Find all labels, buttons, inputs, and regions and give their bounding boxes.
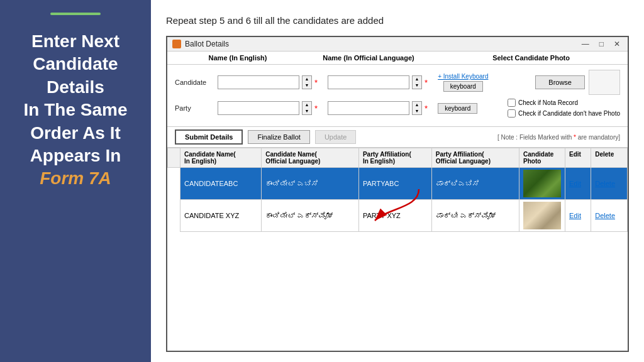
party-name-en-2: PARTY XYZ: [358, 200, 431, 232]
required-star-party-en: *: [314, 104, 318, 113]
candidate-name-off-1: ಕಾಂಡಿಡೇಟ್ ಎಬಿಸಿ: [262, 168, 359, 200]
main-content: Repeat step 5 and 6 till all the candida…: [151, 0, 644, 362]
close-button[interactable]: ✕: [611, 40, 623, 48]
delete-cell-2[interactable]: Delete: [591, 200, 628, 232]
party-keyboard-section: keyboard: [438, 103, 477, 114]
window-title-text: Ballot Details: [185, 40, 229, 48]
no-photo-checkbox-label: Check if Candidate don't have Photo: [518, 110, 620, 117]
photo-section: Browse: [535, 70, 620, 95]
party-form-row: Party ▲ ▼ * ▲ ▼ *: [175, 99, 620, 118]
delete-link-1[interactable]: Delete: [595, 180, 615, 187]
cat-photo: [523, 202, 561, 229]
form-area: Candidate ▲ ▼ * ▲ ▼ *: [167, 65, 628, 127]
keyboard-button-candidate[interactable]: keyboard: [443, 81, 483, 92]
plant-photo: [523, 170, 561, 197]
browse-button[interactable]: Browse: [535, 75, 585, 89]
delete-link-2[interactable]: Delete: [595, 212, 615, 219]
no-photo-checkbox[interactable]: [508, 109, 516, 118]
th-delete: Delete: [591, 148, 628, 168]
minimize-button[interactable]: —: [579, 40, 592, 48]
accent-line: [50, 13, 101, 15]
required-star-candidate-off: *: [425, 78, 428, 87]
title-line4: Order As It: [30, 123, 121, 143]
spin-down3[interactable]: ▼: [303, 108, 311, 114]
title-line5: Appears In: [30, 146, 121, 165]
update-button[interactable]: Update: [315, 130, 356, 144]
candidate-official-input-group: ▲ ▼ *: [328, 75, 428, 89]
candidate-keyboard-section: + Install Keyboard keyboard: [438, 73, 488, 92]
keyboard-button-party[interactable]: keyboard: [438, 103, 477, 114]
submit-details-button[interactable]: Submit Details: [175, 129, 243, 145]
candidates-table-wrapper: Candidate Name(In English) Candidate Nam…: [167, 148, 628, 351]
candidate-official-input[interactable]: [328, 75, 409, 89]
candidate-english-spinner[interactable]: ▲ ▼: [302, 75, 312, 89]
spin-up4[interactable]: ▲: [413, 102, 421, 108]
required-star-candidate-en: *: [314, 78, 318, 87]
row-arrow-1: ▶: [168, 168, 180, 200]
th-photo: CandidatePhoto: [519, 148, 565, 168]
party-official-input[interactable]: [328, 101, 409, 115]
nota-checkbox-label: Check if Nota Record: [518, 99, 578, 106]
candidate-english-input-group: ▲ ▼ *: [218, 75, 318, 89]
spin-up2[interactable]: ▲: [413, 76, 421, 82]
spin-up[interactable]: ▲: [303, 76, 311, 82]
nota-checkbox[interactable]: [508, 99, 516, 107]
table-header-row: Candidate Name(In English) Candidate Nam…: [168, 148, 628, 168]
candidate-english-input[interactable]: [218, 75, 299, 89]
party-official-input-group: ▲ ▼ *: [328, 101, 428, 115]
candidate-name-en-1: CANDIDATEABC: [180, 168, 262, 200]
finalize-ballot-button[interactable]: Finalize Ballot: [248, 130, 309, 144]
spin-down4[interactable]: ▼: [413, 108, 421, 114]
candidate-label: Candidate: [175, 79, 213, 86]
edit-link-2[interactable]: Edit: [569, 212, 581, 219]
nota-checkbox-row: Check if Nota Record: [508, 99, 620, 107]
party-english-input[interactable]: [218, 101, 299, 115]
party-english-input-group: ▲ ▼ *: [218, 101, 318, 115]
col-header-photo: Select Candidate Photo: [431, 54, 620, 62]
party-label: Party: [175, 104, 213, 112]
candidate-name-off-2: ಕಾಂಡಿಡೇಟ್ ಎಕ್ಸ್‌ವೈಝ್: [262, 200, 359, 232]
edit-link-1[interactable]: Edit: [569, 180, 581, 187]
spin-down[interactable]: ▼: [303, 82, 311, 89]
buttons-row: Submit Details Finalize Ballot Update [ …: [167, 127, 628, 148]
window-titlebar: Ballot Details — □ ✕: [167, 37, 628, 52]
ballot-details-window: Ballot Details — □ ✕ Name (In English) N…: [166, 36, 629, 352]
maximize-button[interactable]: □: [597, 40, 606, 48]
edit-cell-2[interactable]: Edit: [565, 200, 591, 232]
party-name-off-2: ಪಾರ್ಟೀ ಎಕ್ಸ್‌ವೈಝ್: [431, 200, 519, 232]
title-line2: Candidate Details: [33, 54, 118, 96]
window-title: Ballot Details: [172, 40, 229, 48]
party-official-spinner[interactable]: ▲ ▼: [412, 101, 422, 115]
candidate-form-row: Candidate ▲ ▼ * ▲ ▼ *: [175, 70, 620, 95]
title-line1: Enter Next: [31, 31, 119, 51]
candidate-photo-2: [519, 200, 565, 232]
instruction-text: Repeat step 5 and 6 till all the candida…: [166, 15, 629, 26]
install-keyboard-link[interactable]: + Install Keyboard: [438, 73, 488, 80]
party-name-off-1: ಪಾರ್ಟಿಎಬಿಸಿ: [431, 168, 519, 200]
spin-up3[interactable]: ▲: [303, 102, 311, 108]
party-english-spinner[interactable]: ▲ ▼: [302, 101, 312, 115]
window-controls[interactable]: — □ ✕: [579, 40, 623, 48]
title-highlight: Form 7A: [40, 168, 111, 188]
party-name-en-1: PARTYABC: [358, 168, 431, 200]
th-name-official: Candidate Name(Official Language): [262, 148, 359, 168]
candidate-official-spinner[interactable]: ▲ ▼: [412, 75, 422, 89]
edit-cell-1[interactable]: Edit: [565, 168, 591, 200]
col-header-english: Name (In English): [175, 54, 301, 62]
mandatory-star: *: [574, 134, 576, 141]
row-arrow-2: [168, 200, 180, 232]
th-party-official: Party Affiliation(Official Language): [431, 148, 519, 168]
checkbox-section: Check if Nota Record Check if Candidate …: [508, 99, 620, 118]
note-text: [ Note : Fields Marked with * are mandat…: [361, 134, 620, 141]
col-header-official: Name (In Official Language): [306, 54, 431, 62]
table-row: ▶ CANDIDATEABC ಕಾಂಡಿಡೇಟ್ ಎಬಿಸಿ PARTYABC …: [168, 168, 628, 200]
sidebar-title: Enter Next Candidate Details In The Same…: [10, 30, 141, 190]
title-line3: In The Same: [24, 100, 128, 119]
window-icon: [172, 40, 181, 48]
table-row: CANDIDATE XYZ ಕಾಂಡಿಡೇಟ್ ಎಕ್ಸ್‌ವೈಝ್ PARTY…: [168, 200, 628, 232]
candidate-photo-1: [519, 168, 565, 200]
spin-down2[interactable]: ▼: [413, 82, 421, 89]
sidebar: Enter Next Candidate Details In The Same…: [0, 0, 151, 362]
delete-cell-1[interactable]: Delete: [591, 168, 628, 200]
th-arrow: [168, 148, 180, 168]
